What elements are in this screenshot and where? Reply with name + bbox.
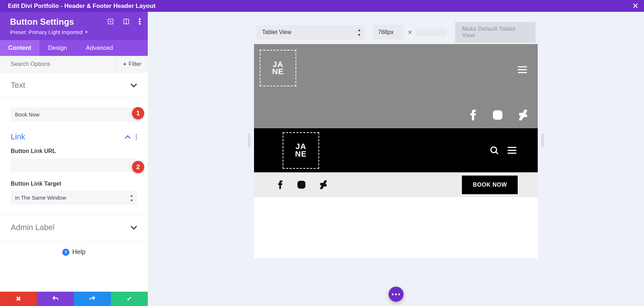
svg-point-6 xyxy=(139,23,141,25)
undo-button[interactable] xyxy=(37,292,74,306)
resize-handle-left[interactable] xyxy=(248,134,250,147)
chevron-up-icon xyxy=(125,135,131,139)
facebook-icon[interactable] xyxy=(278,180,283,189)
content-area xyxy=(254,197,538,258)
link-target-select[interactable] xyxy=(11,191,137,205)
navbar-section: JANE xyxy=(254,128,538,172)
resize-handle-right[interactable] xyxy=(542,134,543,147)
instagram-icon[interactable] xyxy=(492,110,503,120)
deviantart-icon[interactable] xyxy=(519,110,527,120)
link-url-label: Button Link URL xyxy=(11,148,137,154)
svg-point-12 xyxy=(500,112,501,113)
filter-button[interactable]: +Filter xyxy=(116,56,148,72)
by-separator: ✕ xyxy=(408,29,412,36)
tab-advanced[interactable]: Advanced xyxy=(76,40,148,56)
help-icon: ? xyxy=(62,249,69,256)
section-more-icon[interactable] xyxy=(136,134,137,140)
chevron-down-icon xyxy=(131,83,137,87)
settings-sidebar: Button Settings Preset: Primary Light im… xyxy=(0,12,148,306)
facebook-icon[interactable] xyxy=(470,110,476,120)
preset-dropdown[interactable]: Preset: Primary Light imported ▼ xyxy=(10,29,138,35)
chevron-down-icon xyxy=(131,225,137,230)
hamburger-icon[interactable] xyxy=(518,66,527,73)
section-text[interactable]: Text xyxy=(0,73,148,98)
hamburger-icon[interactable] xyxy=(508,147,516,154)
cancel-button[interactable]: ✖ xyxy=(0,292,37,306)
select-updown-icon: ▴▾ xyxy=(358,27,360,37)
svg-point-1 xyxy=(110,21,111,22)
annotation-2: 2 xyxy=(132,161,144,173)
preview-stage: JANE JANE xyxy=(254,44,538,306)
redo-button[interactable] xyxy=(74,292,111,306)
hero-section: JANE xyxy=(254,44,538,128)
width-input[interactable]: 768px xyxy=(373,25,404,39)
hero-logo[interactable]: JANE xyxy=(260,50,296,86)
height-input[interactable] xyxy=(416,28,447,36)
book-now-button[interactable]: BOOK NOW xyxy=(462,176,518,194)
search-icon[interactable] xyxy=(490,146,499,155)
caret-down-icon: ▼ xyxy=(85,30,88,34)
tab-content[interactable]: Content xyxy=(0,40,39,56)
more-icon[interactable] xyxy=(139,18,141,25)
nav-logo[interactable]: JANE xyxy=(283,132,319,169)
svg-point-11 xyxy=(496,113,500,117)
link-target-label: Button Link Target xyxy=(11,181,137,187)
fab-more-button[interactable] xyxy=(389,287,404,302)
section-link[interactable]: Link xyxy=(0,130,148,148)
deviantart-icon[interactable] xyxy=(320,180,327,189)
help-button[interactable]: ?Help xyxy=(0,240,148,264)
link-url-input[interactable] xyxy=(11,158,137,172)
section-admin-label[interactable]: Admin Label xyxy=(0,215,148,240)
annotation-1: 1 xyxy=(132,107,144,119)
button-text-input[interactable] xyxy=(11,107,137,121)
svg-point-16 xyxy=(300,183,303,187)
expand-icon[interactable] xyxy=(107,18,114,25)
svg-point-9 xyxy=(136,138,137,140)
svg-point-4 xyxy=(139,18,141,20)
save-button[interactable]: ✔ xyxy=(111,292,148,306)
instagram-icon[interactable] xyxy=(297,180,306,189)
svg-point-5 xyxy=(139,21,141,23)
svg-point-17 xyxy=(303,182,304,183)
tab-design[interactable]: Design xyxy=(39,40,76,56)
page-title: Edit Divi Portfolio - Header & Footer He… xyxy=(8,3,156,10)
search-input[interactable] xyxy=(0,56,116,72)
cta-row: BOOK NOW xyxy=(254,172,538,197)
svg-point-8 xyxy=(136,136,137,138)
view-select[interactable]: Tablet View ▴▾ xyxy=(257,25,365,39)
close-icon[interactable]: ✕ xyxy=(632,2,639,10)
columns-icon[interactable] xyxy=(123,18,130,25)
svg-line-14 xyxy=(496,152,498,154)
preview-canvas: Tablet View ▴▾ 768px ✕ Make Default Tabl… xyxy=(148,12,644,306)
make-default-button[interactable]: Make Default Tablet View xyxy=(455,22,536,43)
svg-point-7 xyxy=(136,134,137,135)
